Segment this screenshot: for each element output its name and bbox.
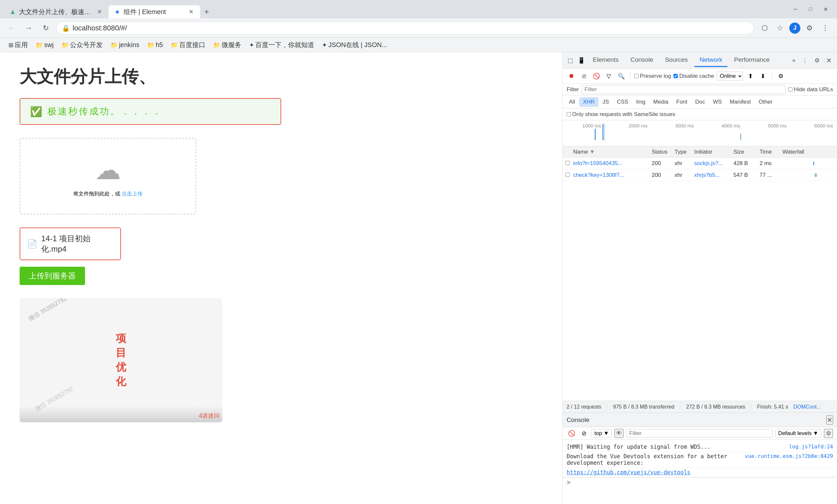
bookmark-baidu-search[interactable]: ✦ 百度一下，你就知道 [246, 39, 318, 51]
bookmark-button[interactable]: ☆ [773, 22, 787, 35]
console-filter-input[interactable] [626, 429, 772, 438]
console-context-select[interactable]: top ▼ [591, 429, 612, 438]
cast-button[interactable]: ⬡ [758, 22, 771, 35]
console-input[interactable] [573, 480, 833, 486]
bookmark-h5[interactable]: 📁 h5 [144, 40, 166, 50]
console-level-select[interactable]: Default levels ▼ [775, 429, 821, 438]
console-log-source-1[interactable]: log.js?1afd:24 [789, 444, 833, 450]
devtools-device-toggle[interactable]: 📱 [576, 56, 586, 65]
bookmark-microservice[interactable]: 📁 微服务 [210, 39, 245, 51]
address-bar[interactable]: 🔒 localhost:8080/#/ [56, 22, 754, 35]
type-btn-all[interactable]: All [565, 97, 579, 107]
type-btn-xhr[interactable]: XHR [580, 97, 598, 107]
devtools-tab-console[interactable]: Console [625, 54, 658, 67]
tab-2-close[interactable]: ✕ [187, 8, 195, 16]
console-clear-button[interactable]: 🚫 [567, 429, 576, 438]
menu-button[interactable]: ⋮ [819, 22, 832, 35]
toolbar-separator-1 [630, 72, 630, 80]
navigation-bar: ← → ↻ 🔒 localhost:8080/#/ ⬡ ☆ J ⚙ ⋮ [0, 18, 837, 38]
type-btn-manifest[interactable]: Manifest [726, 97, 754, 107]
stop-button[interactable]: ⊘ [579, 71, 589, 81]
col-header-waterfall: Waterfall [781, 149, 834, 155]
upload-to-server-button[interactable]: 上传到服务器 [20, 267, 85, 285]
console-eye-button[interactable]: 👁 [615, 429, 623, 438]
devtools-more-options[interactable]: ⋮ [799, 56, 811, 65]
disable-cache-label[interactable]: Disable cache [674, 73, 714, 79]
video-watermark-1: 微信 352852792 [27, 298, 68, 323]
clear-button[interactable]: 🚫 [591, 71, 601, 81]
devtools-tab-sources[interactable]: Sources [660, 54, 693, 67]
disable-cache-checkbox[interactable] [674, 74, 678, 78]
address-lock-icon: 🔒 [62, 24, 70, 32]
row-checkbox-1[interactable] [565, 161, 570, 165]
file-icon: 📄 [27, 239, 37, 249]
console-stop-button[interactable]: ⊘ [579, 429, 589, 438]
filter-input[interactable] [582, 85, 786, 94]
preserve-log-label[interactable]: Preserve log [634, 73, 671, 79]
hide-data-urls-label[interactable]: Hide data URLs [788, 86, 833, 93]
tab-1[interactable]: ▲ 大文件分片上传、极速秒传 ✕ [4, 5, 109, 18]
devtools-settings-btn[interactable]: ⚙ [812, 56, 822, 65]
devtools-close-button[interactable]: ✕ [824, 55, 834, 66]
hide-data-urls-checkbox[interactable] [788, 87, 793, 91]
row-1-waterfall [781, 158, 834, 169]
bookmark-jenkins[interactable]: 📁 jenkins [107, 40, 143, 50]
network-settings[interactable]: ⚙ [776, 71, 786, 81]
forward-button[interactable]: → [22, 22, 35, 35]
bookmark-swj[interactable]: 📁 swj [32, 40, 57, 50]
network-table: Name ▼ Status Type Initiator Size Time W… [563, 146, 837, 401]
bookmark-baidu-api[interactable]: 📁 百度接口 [167, 39, 209, 51]
filter-toggle[interactable]: ▽ [604, 71, 614, 81]
table-row[interactable]: info?t=159540435... 200 xhr sockjs.js?..… [563, 158, 837, 169]
refresh-button[interactable]: ↻ [39, 22, 52, 35]
type-btn-img[interactable]: Img [633, 97, 649, 107]
bookmark-json[interactable]: ✦ JSON在线 | JSON... [319, 39, 390, 51]
title-bar: ▲ 大文件分片上传、极速秒传 ✕ ● 组件 | Element ✕ + ─ □ … [0, 0, 837, 18]
extensions-button[interactable]: ⚙ [803, 22, 816, 35]
samesite-checkbox[interactable] [567, 112, 571, 116]
row-2-size: 547 B [732, 172, 758, 178]
upload-click-link[interactable]: 点击上传 [122, 191, 143, 196]
devtools-tab-elements[interactable]: Elements [588, 54, 624, 67]
devtools-more-tabs[interactable]: » [789, 56, 798, 65]
maximize-button[interactable]: □ [803, 4, 818, 14]
console-close-button[interactable]: ✕ [826, 415, 833, 425]
throttle-select[interactable]: Online [717, 72, 743, 81]
samesite-label[interactable]: Only show requests with SameSite issues [567, 111, 676, 118]
type-btn-css[interactable]: CSS [613, 97, 632, 107]
close-button[interactable]: ✕ [818, 4, 833, 14]
network-status-bar: 2 / 12 requests | 975 B / 8.3 MB transfe… [563, 401, 837, 413]
minimize-button[interactable]: ─ [788, 4, 803, 14]
type-btn-media[interactable]: Media [649, 97, 672, 107]
bookmark-apps[interactable]: ⊞ 应用 [5, 39, 31, 51]
bookmark-gzh[interactable]: 📁 公众号开发 [58, 39, 106, 51]
devtools-tab-network[interactable]: Network [694, 54, 728, 67]
preserve-log-checkbox[interactable] [634, 74, 639, 78]
console-log-source-2[interactable]: vue.runtime.esm.js?2b0e:8429 [745, 453, 833, 459]
vue-devtools-link[interactable]: https://github.com/vuejs/vue-devtools [567, 469, 691, 475]
type-btn-font[interactable]: Font [673, 97, 691, 107]
row-checkbox-2[interactable] [565, 173, 570, 177]
back-button[interactable]: ← [5, 22, 18, 35]
upload-zone[interactable]: ☁ 将文件拖到此处，或 点击上传 [20, 138, 196, 214]
new-tab-button[interactable]: + [200, 5, 213, 18]
type-btn-ws[interactable]: WS [710, 97, 726, 107]
search-button[interactable]: 🔍 [616, 71, 626, 81]
type-btn-js[interactable]: JS [599, 97, 613, 107]
export-button[interactable]: ⬇ [758, 71, 768, 81]
profile-avatar[interactable]: J [789, 22, 800, 34]
import-button[interactable]: ⬆ [745, 71, 755, 81]
devtools-element-picker[interactable]: ⬚ [565, 56, 575, 65]
col-header-type: Type [673, 149, 693, 155]
table-row[interactable]: check?key=1308f7... 200 xhr xhrjs?b5... … [563, 169, 837, 181]
type-btn-other[interactable]: Other [755, 97, 776, 107]
devtools-tab-performance[interactable]: Performance [729, 54, 775, 67]
folder-icon-baidu-api: 📁 [171, 41, 178, 49]
console-input-row: > [563, 477, 837, 488]
domcontent-link[interactable]: DOMCont... [794, 404, 821, 410]
type-btn-doc[interactable]: Doc [692, 97, 709, 107]
tab-2[interactable]: ● 组件 | Element ✕ [109, 5, 200, 18]
record-button[interactable]: ⏺ [567, 71, 576, 81]
tab-1-close[interactable]: ✕ [95, 8, 103, 16]
console-settings-button[interactable]: ⚙ [824, 429, 833, 438]
